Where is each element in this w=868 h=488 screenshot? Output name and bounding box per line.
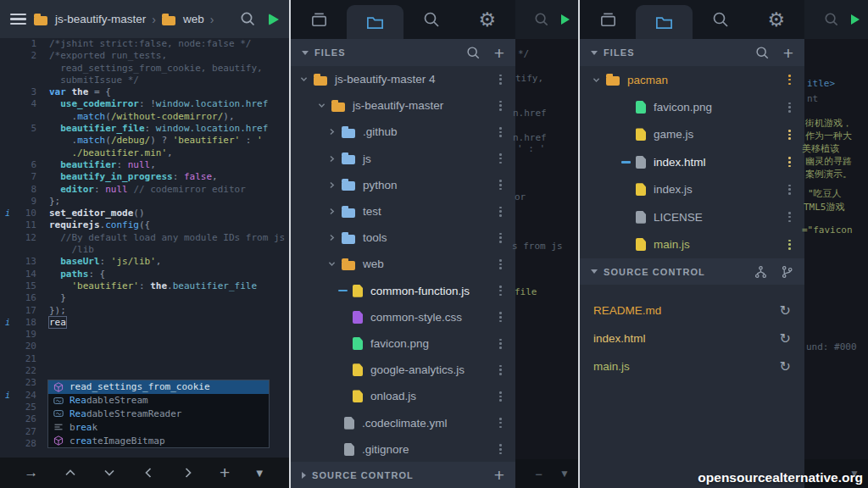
tree-file-common-style.css[interactable]: common-style.css: [291, 304, 515, 330]
tab-files[interactable]: [347, 5, 403, 39]
tree-folder-js-beautify-master 4[interactable]: js-beautify-master 4: [291, 66, 515, 92]
item-menu-icon[interactable]: [499, 259, 502, 269]
tree-folder-js[interactable]: js: [291, 146, 515, 172]
code-line[interactable]: 5 beautifier_file: window.location.href: [0, 123, 289, 135]
code-line[interactable]: 7 beautify_in_progress: false,: [0, 171, 289, 183]
caret-down-icon[interactable]: ▼: [254, 467, 265, 480]
code-line[interactable]: i18rea: [0, 317, 289, 329]
tree-folder-.github[interactable]: .github: [291, 119, 515, 145]
code-line[interactable]: 1/*jshint strict:false, node:false */: [0, 38, 289, 50]
autocomplete-item[interactable]: ReadableStreamReader: [48, 408, 269, 421]
autocomplete-item[interactable]: ReadableStream: [48, 394, 269, 408]
code-line[interactable]: 20: [0, 341, 289, 352]
tree-file-.gitignore[interactable]: .gitignore: [291, 436, 515, 463]
item-menu-icon[interactable]: [499, 207, 502, 217]
tree-file-onload.js[interactable]: onload.js: [291, 383, 515, 409]
code-line[interactable]: 2/*exported run_tests,: [0, 50, 289, 62]
code-line[interactable]: 9};: [0, 196, 289, 208]
revert-icon[interactable]: ↻: [780, 302, 791, 319]
item-menu-icon[interactable]: [499, 312, 502, 322]
tab-files[interactable]: [636, 5, 692, 39]
code-line[interactable]: 22: [0, 365, 289, 377]
tree-file-index.js[interactable]: index.js: [580, 176, 804, 203]
code-line[interactable]: 14 paths: {: [0, 269, 289, 280]
tree-folder-tools[interactable]: tools: [291, 225, 515, 251]
menu-icon[interactable]: [10, 14, 26, 25]
code-line[interactable]: 12 //By default load any module IDs from…: [0, 232, 289, 244]
chevron-down-icon[interactable]: [102, 465, 117, 480]
item-menu-icon[interactable]: [788, 75, 791, 85]
files-section-header[interactable]: FILES +: [580, 39, 804, 66]
autocomplete-item[interactable]: createImageBitmap: [48, 434, 269, 447]
source-control-item-main.js[interactable]: main.js↻: [580, 352, 804, 380]
item-menu-icon[interactable]: [499, 339, 502, 349]
files-section-header[interactable]: FILES +: [291, 39, 515, 66]
code-line[interactable]: submitIssue */: [0, 75, 289, 86]
tab-projects[interactable]: [580, 0, 636, 39]
indent-right-icon[interactable]: →: [24, 464, 38, 481]
item-menu-icon[interactable]: [499, 180, 502, 190]
chevron-right-icon[interactable]: [181, 465, 196, 480]
tab-settings[interactable]: ⚙: [748, 0, 804, 39]
code-line[interactable]: 17});: [0, 305, 289, 317]
code-line[interactable]: 3var the = {: [0, 86, 289, 98]
tree-folder-js-beautify-master[interactable]: js-beautify-master: [291, 92, 515, 119]
code-line[interactable]: 13 baseUrl: 'js/lib',: [0, 256, 289, 268]
item-menu-icon[interactable]: [499, 444, 502, 454]
revert-icon[interactable]: ↻: [780, 330, 791, 347]
item-menu-icon[interactable]: [499, 127, 502, 137]
code-line[interactable]: read_settings_from_cookie, beautify,: [0, 63, 289, 75]
search-icon[interactable]: [240, 11, 256, 27]
git-merge-icon[interactable]: [754, 265, 767, 279]
tab-search[interactable]: [693, 0, 748, 39]
item-menu-icon[interactable]: [499, 365, 502, 375]
item-menu-icon[interactable]: [499, 391, 502, 402]
tree-folder-web[interactable]: web: [291, 251, 515, 277]
chevron-up-icon[interactable]: [63, 465, 78, 480]
code-editor[interactable]: 1/*jshint strict:false, node:false */2/*…: [0, 38, 289, 458]
code-line[interactable]: .match(/debug/) ? 'beautifier' : ': [0, 135, 289, 147]
code-line[interactable]: 16 }: [0, 292, 289, 304]
code-line[interactable]: /lib: [0, 244, 289, 256]
autocomplete-item[interactable]: read_settings_from_cookie: [48, 380, 269, 394]
item-menu-icon[interactable]: [788, 157, 791, 167]
code-line[interactable]: 11requirejs.config({: [0, 219, 289, 231]
item-menu-icon[interactable]: [788, 212, 791, 222]
tree-file-favicon.png[interactable]: favicon.png: [580, 93, 804, 120]
tree-folder-python[interactable]: python: [291, 172, 515, 198]
tree-file-favicon.png[interactable]: favicon.png: [291, 330, 515, 357]
tab-projects[interactable]: [291, 0, 347, 39]
code-line[interactable]: .match(/without-codemirror/),: [0, 111, 289, 123]
item-menu-icon[interactable]: [499, 233, 502, 243]
breadcrumb-root[interactable]: js-beautify-master: [55, 13, 146, 25]
plus-icon[interactable]: +: [220, 463, 230, 483]
tree-file-index.html[interactable]: index.html: [580, 148, 804, 175]
tree-file-main.js[interactable]: main.js: [580, 230, 804, 258]
tab-search[interactable]: [403, 0, 459, 39]
code-line[interactable]: 21: [0, 353, 289, 365]
tree-folder-test[interactable]: test: [291, 198, 515, 225]
chevron-left-icon[interactable]: [141, 465, 156, 480]
item-menu-icon[interactable]: [499, 418, 502, 428]
code-line[interactable]: 4 use_codemirror: !window.location.href: [0, 98, 289, 110]
code-line[interactable]: 6 beautifier: null,: [0, 159, 289, 171]
tree-file-common-function.js[interactable]: common-function.js: [291, 278, 515, 304]
code-line[interactable]: 15 'beautifier': the.beautifier_file: [0, 280, 289, 292]
git-branch-icon[interactable]: [781, 265, 793, 279]
source-control-item-README.md[interactable]: README.md↻: [580, 297, 804, 324]
tree-file-google-analytics.js[interactable]: google-analytics.js: [291, 357, 515, 383]
tree-file-LICENSE[interactable]: LICENSE: [580, 203, 804, 230]
tree-file-game.js[interactable]: game.js: [580, 121, 804, 148]
item-menu-icon[interactable]: [499, 286, 502, 296]
tree-file-.codeclimate.yml[interactable]: .codeclimate.yml: [291, 410, 515, 436]
item-menu-icon[interactable]: [499, 101, 502, 111]
autocomplete-item[interactable]: break: [48, 420, 269, 434]
add-repo-icon[interactable]: +: [494, 466, 504, 484]
item-menu-icon[interactable]: [499, 75, 502, 85]
tab-settings[interactable]: ⚙: [459, 0, 515, 39]
source-control-header[interactable]: SOURCE CONTROL +: [291, 462, 515, 488]
code-line[interactable]: ./beautifier.min',: [0, 147, 289, 159]
item-menu-icon[interactable]: [788, 103, 791, 113]
item-menu-icon[interactable]: [499, 153, 502, 164]
source-control-header[interactable]: SOURCE CONTROL: [580, 258, 804, 285]
